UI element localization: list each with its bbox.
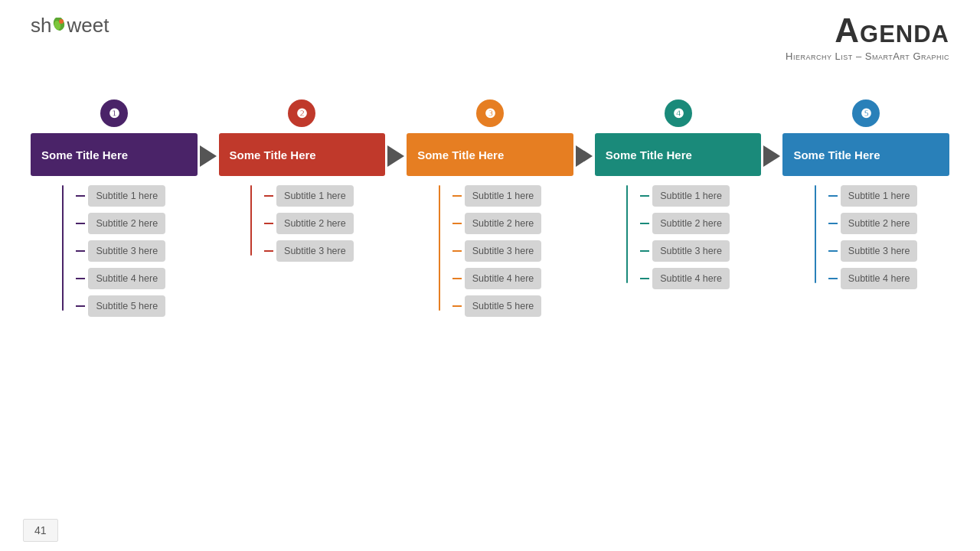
column-3: ❸ Some Title Here Subtitle 1 here Subtit… — [407, 99, 573, 317]
column-5-vbar — [815, 185, 816, 283]
list-item: Subtitle 2 here — [76, 213, 165, 234]
column-4-number: ❹ — [665, 99, 692, 127]
column-4-title: Some Title Here — [595, 133, 762, 176]
column-1-vbar — [62, 185, 64, 311]
subtitle-text: Subtitle 2 here — [88, 213, 165, 234]
list-item: Subtitle 3 here — [828, 240, 918, 262]
subtitle-text: Subtitle 3 here — [652, 240, 730, 262]
subtitle-text: Subtitle 4 here — [88, 268, 165, 289]
list-item: Subtitle 4 here — [828, 268, 918, 289]
column-2-number: ❷ — [288, 99, 315, 127]
h-tick — [828, 278, 838, 279]
subtitle-text: Subtitle 5 here — [465, 295, 542, 317]
subtitle-text: Subtitle 4 here — [652, 268, 730, 289]
list-item: Subtitle 2 here — [264, 213, 354, 234]
arrow-3 — [573, 145, 595, 167]
list-item: Subtitle 3 here — [640, 240, 730, 262]
logo: sh weet — [31, 14, 109, 37]
column-3-number: ❸ — [476, 99, 504, 127]
h-tick — [640, 278, 649, 279]
column-2-subtitles: Subtitle 1 here Subtitle 2 here Subtitle… — [250, 179, 354, 262]
list-item: Subtitle 1 here — [452, 185, 542, 207]
h-tick — [828, 223, 838, 224]
h-tick — [264, 195, 273, 197]
list-item: Subtitle 4 here — [640, 268, 730, 289]
list-item: Subtitle 2 here — [640, 213, 730, 234]
h-tick — [452, 278, 462, 279]
page-title: Agenda — [786, 14, 949, 47]
h-tick — [640, 250, 649, 252]
subtitle-text: Subtitle 2 here — [465, 213, 542, 234]
column-2: ❷ Some Title Here Subtitle 1 here Subtit… — [219, 99, 386, 262]
list-item: Subtitle 2 here — [828, 213, 918, 234]
column-1-title: Some Title Here — [31, 133, 198, 176]
subtitle-text: Subtitle 4 here — [841, 268, 918, 289]
list-item: Subtitle 1 here — [264, 185, 354, 207]
list-item: Subtitle 3 here — [264, 240, 354, 262]
column-1: ❶ Some Title Here Subtitle 1 here Subtit… — [31, 99, 198, 317]
arrow-icon — [576, 145, 593, 167]
title-block: Agenda Hierarchy List – SmartArt Graphic — [786, 14, 949, 62]
page-subtitle: Hierarchy List – SmartArt Graphic — [786, 51, 949, 62]
column-5: ❺ Some Title Here Subtitle 1 here Subtit… — [782, 99, 949, 289]
h-tick — [264, 223, 273, 224]
h-tick — [76, 195, 85, 197]
column-2-title: Some Title Here — [219, 133, 386, 176]
subtitle-text: Subtitle 1 here — [465, 185, 542, 207]
page-number: 41 — [23, 519, 58, 542]
logo-leaf-icon — [51, 18, 67, 34]
h-tick — [452, 305, 462, 307]
arrow-icon — [763, 145, 780, 167]
list-item: Subtitle 5 here — [452, 295, 542, 317]
logo-text-weet: weet — [67, 14, 109, 37]
column-5-title: Some Title Here — [782, 133, 949, 176]
arrow-2 — [385, 145, 407, 167]
subtitle-text: Subtitle 1 here — [276, 185, 354, 207]
column-4-vbar — [626, 185, 628, 283]
subtitle-text: Subtitle 1 here — [841, 185, 918, 207]
arrow-icon — [200, 145, 217, 167]
column-2-vbar — [250, 185, 252, 256]
subtitle-text: Subtitle 3 here — [465, 240, 542, 262]
subtitle-text: Subtitle 5 here — [88, 295, 165, 317]
column-3-subtitles: Subtitle 1 here Subtitle 2 here Subtitle… — [439, 179, 542, 317]
column-3-vbar — [439, 185, 440, 311]
subtitle-text: Subtitle 3 here — [841, 240, 918, 262]
column-3-title: Some Title Here — [407, 133, 573, 176]
h-tick — [452, 250, 462, 252]
h-tick — [640, 195, 649, 197]
subtitle-text: Subtitle 1 here — [652, 185, 730, 207]
svg-point-2 — [59, 19, 64, 24]
list-item: Subtitle 5 here — [76, 295, 165, 317]
subtitle-text: Subtitle 4 here — [465, 268, 542, 289]
h-tick — [76, 223, 85, 224]
subtitle-text: Subtitle 3 here — [88, 240, 165, 262]
list-item: Subtitle 1 here — [76, 185, 165, 207]
column-5-subtitles: Subtitle 1 here Subtitle 2 here Subtitle… — [815, 179, 918, 289]
subtitle-text: Subtitle 1 here — [88, 185, 165, 207]
h-tick — [452, 195, 462, 197]
list-item: Subtitle 3 here — [76, 240, 165, 262]
list-item: Subtitle 4 here — [452, 268, 542, 289]
main-content: ❶ Some Title Here Subtitle 1 here Subtit… — [31, 92, 949, 505]
h-tick — [76, 305, 85, 307]
subtitle-text: Subtitle 3 here — [276, 240, 354, 262]
subtitle-text: Subtitle 2 here — [276, 213, 354, 234]
list-item: Subtitle 1 here — [640, 185, 730, 207]
h-tick — [76, 278, 85, 279]
arrow-1 — [198, 145, 219, 167]
h-tick — [452, 223, 462, 224]
list-item: Subtitle 3 here — [452, 240, 542, 262]
logo-text-sh: sh — [31, 14, 51, 37]
column-1-number: ❶ — [100, 99, 128, 127]
list-item: Subtitle 4 here — [76, 268, 165, 289]
column-4-subtitles: Subtitle 1 here Subtitle 2 here Subtitle… — [626, 179, 730, 289]
h-tick — [640, 223, 649, 224]
h-tick — [828, 195, 838, 197]
column-1-subtitles: Subtitle 1 here Subtitle 2 here Subtitle… — [62, 179, 165, 317]
subtitle-text: Subtitle 2 here — [652, 213, 730, 234]
h-tick — [76, 250, 85, 252]
list-item: Subtitle 1 here — [828, 185, 918, 207]
column-4: ❹ Some Title Here Subtitle 1 here Subtit… — [595, 99, 762, 289]
h-tick — [828, 250, 838, 252]
